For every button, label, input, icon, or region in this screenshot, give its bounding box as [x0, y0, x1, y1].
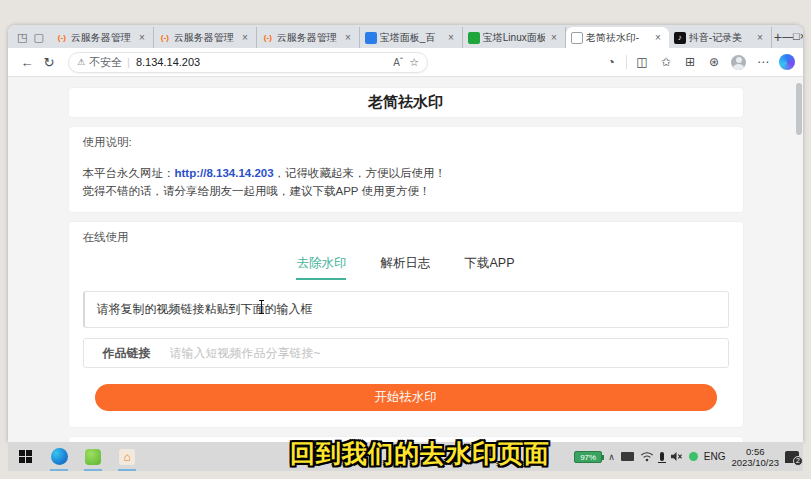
address-bar[interactable]: ⚠ 不安全 | 8.134.14.203 Aˆ ☆	[68, 52, 428, 73]
tab-favicon	[365, 32, 377, 44]
browser-essentials-icon[interactable]: ◔	[599, 55, 623, 69]
settings-more-icon[interactable]: ⋯	[751, 55, 775, 69]
taskbar-edge-button[interactable]	[42, 442, 76, 471]
browser-tab-0[interactable]: (-)云服务器管理×	[51, 27, 154, 48]
speaker-muted-icon[interactable]	[670, 451, 683, 462]
page-tabs: 去除水印解析日志下载APP	[69, 255, 743, 287]
browser-tab-2[interactable]: (-)云服务器管理×	[257, 27, 360, 48]
collections-icon[interactable]: ⊞	[678, 55, 702, 69]
tab-close-icon[interactable]: ×	[754, 32, 766, 43]
tab-title: 抖音-记录美	[689, 31, 751, 45]
browser-tab-3[interactable]: 宝塔面板_百×	[360, 27, 463, 48]
input-language[interactable]: ENG	[704, 451, 726, 462]
windows-logo-icon	[19, 450, 32, 463]
tab-title: 老简祛水印-	[586, 31, 649, 45]
tab-favicon	[571, 32, 583, 44]
copilot-icon[interactable]	[779, 54, 795, 70]
taskbar-home-app-button[interactable]: ⌂	[110, 442, 144, 471]
refresh-icon[interactable]: ↻	[38, 55, 60, 70]
instructions-card: 使用说明: 本平台永久网址：http://8.134.14.203，记得收藏起来…	[68, 126, 744, 213]
paste-hint-box: 请将复制的视频链接粘贴到下面的输入框	[83, 291, 729, 328]
battery-indicator[interactable]: 97%	[574, 451, 602, 463]
tab-close-icon[interactable]: ×	[239, 32, 251, 43]
tab-favicon: ♪	[674, 32, 686, 44]
read-aloud-icon[interactable]: Aˆ	[393, 57, 403, 68]
page-tab-1[interactable]: 解析日志	[380, 255, 430, 280]
browser-window: ◳ ▢ (-)云服务器管理×(-)云服务器管理×(-)云服务器管理×宝塔面板_百…	[8, 25, 803, 442]
not-secure-icon: ⚠	[77, 57, 85, 67]
tab-favicon	[468, 32, 480, 44]
tab-strip: ◳ ▢ (-)云服务器管理×(-)云服务器管理×(-)云服务器管理×宝塔面板_百…	[8, 25, 803, 48]
clock-date: 2023/10/23	[731, 457, 779, 468]
start-remove-watermark-button[interactable]: 开始祛水印	[95, 384, 717, 411]
home-app-icon: ⌂	[119, 449, 135, 465]
tab-favicon: (-)	[56, 32, 68, 44]
tab-title: 云服务器管理	[174, 31, 236, 45]
browser-tab-4[interactable]: 宝塔Linux面板×	[463, 27, 566, 48]
work-link-label: 作品链接	[84, 345, 170, 362]
notification-center-icon[interactable]: 2	[785, 451, 799, 463]
page-tab-2[interactable]: 下载APP	[464, 255, 514, 280]
browser-tab-6[interactable]: ♪抖音-记录美×	[669, 27, 772, 48]
favorites-icon[interactable]: ✩	[654, 55, 678, 69]
taskbar-clock[interactable]: 0:56 2023/10/23	[731, 446, 779, 468]
green-app-icon	[85, 449, 101, 465]
work-link-input[interactable]	[170, 346, 728, 360]
browser-tab-1[interactable]: (-)云服务器管理×	[154, 27, 257, 48]
clock-time: 0:56	[746, 446, 765, 457]
tab-close-icon[interactable]: ×	[342, 32, 354, 43]
instr-line1-post: ，记得收藏起来，方便以后使用！	[274, 167, 447, 179]
toolbar-divider	[626, 55, 627, 69]
video-frame: ◳ ▢ (-)云服务器管理×(-)云服务器管理×(-)云服务器管理×宝塔面板_百…	[0, 0, 811, 479]
page-tab-0[interactable]: 去除水印	[296, 255, 346, 280]
instructions-heading: 使用说明:	[83, 135, 729, 150]
browser-tab-5[interactable]: 老简祛水印-×	[566, 27, 669, 48]
safety-tray-icon[interactable]	[689, 452, 698, 461]
maximize-button[interactable]: □	[793, 25, 800, 48]
browser-toolbar: ← ↻ ⚠ 不安全 | 8.134.14.203 Aˆ ☆ ◔ ◫ ✩ ⊞ ⊛ …	[8, 48, 803, 77]
paste-hint-text: 请将复制的视频链接粘贴到下面的输入框	[97, 302, 313, 316]
instr-line1-pre: 本平台永久网址：	[83, 167, 175, 179]
text-cursor	[261, 300, 262, 314]
profile-avatar[interactable]	[731, 55, 746, 70]
security-label[interactable]: 不安全	[89, 55, 122, 70]
start-button[interactable]	[8, 442, 42, 471]
page-scrollbar[interactable]	[796, 83, 802, 135]
tab-close-icon[interactable]: ×	[136, 32, 148, 43]
wifi-icon[interactable]	[640, 451, 654, 462]
workspaces-icon[interactable]: ◳	[17, 29, 27, 45]
edge-icon	[51, 448, 68, 465]
tab-close-icon[interactable]: ×	[445, 32, 457, 43]
tab-favicon: (-)	[262, 32, 274, 44]
browser-tabs: (-)云服务器管理×(-)云服务器管理×(-)云服务器管理×宝塔面板_百×宝塔L…	[51, 25, 772, 48]
microphone-icon[interactable]	[660, 452, 664, 461]
close-button[interactable]: ×	[800, 25, 803, 48]
online-use-card: 在线使用 去除水印解析日志下载APP 请将复制的视频链接粘贴到下面的输入框 作品…	[68, 221, 744, 428]
tab-close-icon[interactable]: ×	[652, 32, 664, 43]
split-screen-icon[interactable]: ◫	[630, 55, 654, 69]
online-use-heading: 在线使用	[69, 230, 743, 255]
address-separator: |	[127, 56, 130, 68]
page-title: 老简祛水印	[68, 87, 744, 118]
taskbar-green-app-button[interactable]	[76, 442, 110, 471]
tab-actions-icon[interactable]: ▢	[33, 29, 43, 45]
display-tray-icon[interactable]	[621, 452, 634, 461]
instructions-line1: 本平台永久网址：http://8.134.14.203，记得收藏起来，方便以后使…	[83, 164, 729, 182]
web-page: 老简祛水印 使用说明: 本平台永久网址：http://8.134.14.203，…	[8, 77, 803, 442]
tab-title: 云服务器管理	[277, 31, 339, 45]
url-text[interactable]: 8.134.14.203	[136, 56, 387, 68]
favorite-star-icon[interactable]: ☆	[409, 56, 419, 69]
video-caption: 回到我们的去水印页面	[290, 437, 550, 470]
back-icon[interactable]: ←	[16, 55, 38, 70]
hidden-icons-chevron[interactable]: ∧	[608, 452, 615, 462]
new-tab-button[interactable]: +	[774, 29, 782, 45]
minimize-button[interactable]: —	[782, 25, 793, 48]
tab-close-icon[interactable]: ×	[548, 32, 560, 43]
tab-favicon: (-)	[159, 32, 171, 44]
notification-badge: 2	[793, 456, 803, 466]
extensions-icon[interactable]: ⊛	[702, 55, 726, 69]
tab-title: 宝塔Linux面板	[483, 31, 545, 45]
site-url-link[interactable]: http://8.134.14.203	[175, 167, 274, 179]
system-tray: 97% ∧ ENG 0:56 2023/10/23 2	[574, 446, 803, 468]
tab-title: 云服务器管理	[71, 31, 133, 45]
